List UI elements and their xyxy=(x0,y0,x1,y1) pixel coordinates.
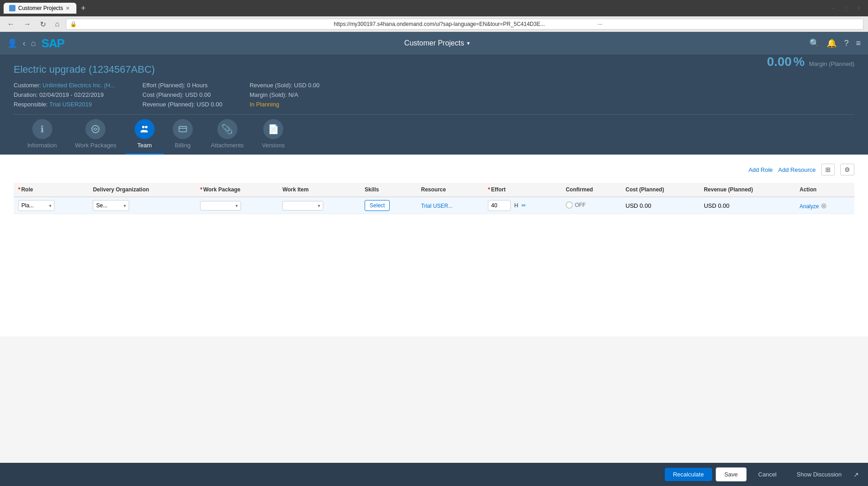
win-close-btn[interactable]: × xyxy=(853,4,864,13)
header-notifications-icon[interactable]: 🔔 xyxy=(827,38,837,48)
effort-edit-icon[interactable]: ✏ xyxy=(522,202,526,209)
col-delivery-org: Delivery Organization xyxy=(88,183,196,197)
tab-information-label: Information xyxy=(27,142,57,149)
tab-work-packages-label: Work Packages xyxy=(75,142,116,149)
user-icon[interactable]: 👤 xyxy=(7,38,17,48)
skills-select-btn[interactable]: Select xyxy=(365,200,390,211)
tab-versions[interactable]: 📄 Versions xyxy=(253,115,294,155)
svg-point-2 xyxy=(145,126,148,129)
revenue-planned-value: USD 0.00 xyxy=(704,202,729,209)
refresh-btn[interactable]: ↻ xyxy=(37,19,49,30)
col-action: Action xyxy=(795,183,854,197)
tab-close-btn[interactable]: × xyxy=(66,5,70,12)
work-item-dropdown[interactable]: ▾ xyxy=(282,201,323,210)
add-resource-btn[interactable]: Add Resource xyxy=(778,166,816,173)
back-nav-icon[interactable]: ‹ xyxy=(23,39,25,48)
col-confirmed: Confirmed xyxy=(561,183,621,197)
header-help-icon[interactable]: ? xyxy=(844,39,848,48)
team-toolbar: Add Role Add Resource ⊞ ⚙ xyxy=(14,164,854,175)
app-title: Customer Projects ▾ xyxy=(70,39,804,47)
meta-col-1: Customer: Unlimited Electrics Inc. (H...… xyxy=(14,82,115,108)
cost-planned-label: Cost (Planned): xyxy=(142,91,183,98)
header-search-icon[interactable]: 🔍 xyxy=(809,38,819,48)
analyze-link[interactable]: Analyze xyxy=(799,203,819,210)
browser-tab[interactable]: Customer Projects × xyxy=(4,3,76,14)
settings-icon: ⚙ xyxy=(844,166,850,173)
col-work-package: Work Package xyxy=(196,183,278,197)
toggle-off-label: OFF xyxy=(575,202,586,208)
home-nav-icon[interactable]: ⌂ xyxy=(31,39,36,48)
grid-icon: ⊞ xyxy=(825,166,831,173)
toggle-circle-icon xyxy=(566,201,573,209)
margin-planned-area: 0.00 % Margin (Planned) xyxy=(767,55,854,69)
header-menu-icon[interactable]: ≡ xyxy=(856,39,861,48)
lock-icon: 🔒 xyxy=(70,21,331,27)
forward-btn[interactable]: → xyxy=(21,19,34,29)
win-maximize-btn[interactable]: □ xyxy=(840,4,851,13)
svg-point-0 xyxy=(92,125,99,133)
add-role-btn[interactable]: Add Role xyxy=(748,166,773,173)
table-row: Pla... ▾ Se... ▾ ▾ xyxy=(14,197,854,214)
col-cost-planned: Cost (Planned) xyxy=(621,183,699,197)
col-work-item: Work Item xyxy=(278,183,360,197)
delivery-org-cell: Se... ▾ xyxy=(88,197,196,214)
effort-cell: H ✏ xyxy=(483,197,561,214)
col-effort: Effort xyxy=(483,183,561,197)
work-item-chevron-icon: ▾ xyxy=(318,203,320,208)
revenue-sold-label: Revenue (Sold): xyxy=(250,82,292,89)
cost-planned-field: Cost (Planned): USD 0.00 xyxy=(142,91,222,98)
resource-cell: Trial USER... xyxy=(416,197,483,214)
duration-field: Duration: 02/04/2019 - 02/22/2019 xyxy=(14,91,115,98)
tab-team[interactable]: Team xyxy=(125,115,164,155)
win-minimize-btn[interactable]: − xyxy=(828,4,838,13)
delivery-org-dropdown[interactable]: Se... ▾ xyxy=(93,200,129,211)
tab-billing[interactable]: Billing xyxy=(164,115,202,155)
responsible-value[interactable]: Trial USER2019 xyxy=(50,101,92,108)
svg-point-1 xyxy=(142,126,145,129)
settings-btn[interactable]: ⚙ xyxy=(840,164,854,175)
tab-work-packages[interactable]: Work Packages xyxy=(66,115,125,155)
col-revenue-planned: Revenue (Planned) xyxy=(699,183,795,197)
billing-icon xyxy=(173,119,193,139)
effort-input[interactable] xyxy=(488,200,511,211)
meta-col-3: Revenue (Sold): USD 0.00 Margin (Sold): … xyxy=(250,82,320,108)
tab-attachments[interactable]: 📎 Attachments xyxy=(202,115,253,155)
work-package-dropdown[interactable]: ▾ xyxy=(200,201,241,210)
col-resource: Resource xyxy=(416,183,483,197)
revenue-planned-label: Revenue (Planned): xyxy=(142,101,195,108)
cost-planned-cell: USD 0.00 xyxy=(621,197,699,214)
new-tab-btn[interactable]: + xyxy=(81,4,86,13)
svg-rect-3 xyxy=(179,126,187,132)
home-btn[interactable]: ⌂ xyxy=(52,19,62,29)
work-item-cell: ▾ xyxy=(278,197,360,214)
project-meta: Customer: Unlimited Electrics Inc. (H...… xyxy=(14,82,854,108)
effort-label: Effort (Planned): xyxy=(142,82,185,89)
margin-sold-value: N/A xyxy=(288,91,298,98)
customer-value[interactable]: Unlimited Electrics Inc. (H... xyxy=(43,82,115,89)
team-icon xyxy=(135,119,155,139)
role-dropdown[interactable]: Pla... ▾ xyxy=(18,200,55,211)
resource-link[interactable]: Trial USER... xyxy=(421,203,453,209)
revenue-planned-cell: USD 0.00 xyxy=(699,197,795,214)
tab-information[interactable]: ℹ Information xyxy=(18,115,66,155)
cost-planned-value: USD 0.00 xyxy=(626,202,651,209)
confirmed-toggle[interactable]: OFF xyxy=(566,201,586,209)
remove-row-btn[interactable]: ⊗ xyxy=(821,201,827,210)
tab-title: Customer Projects xyxy=(18,5,63,11)
address-bar[interactable]: 🔒 https://my300197.s4hana.ondemand.com/u… xyxy=(66,19,863,30)
duration-label: Duration: xyxy=(14,91,38,98)
delivery-org-value: Se... xyxy=(96,202,107,209)
duration-value: 02/04/2019 - 02/22/2019 xyxy=(39,91,104,98)
team-table: Role Delivery Organization Work Package … xyxy=(14,183,854,214)
grid-view-btn[interactable]: ⊞ xyxy=(821,164,835,175)
tab-favicon xyxy=(9,5,15,11)
tab-versions-label: Versions xyxy=(262,142,285,149)
delivery-org-chevron-icon: ▾ xyxy=(124,203,126,208)
table-header-row: Role Delivery Organization Work Package … xyxy=(14,183,854,197)
tab-billing-label: Billing xyxy=(175,142,191,149)
back-btn[interactable]: ← xyxy=(5,19,17,29)
skills-cell: Select xyxy=(360,197,416,214)
action-cell: Analyze ⊗ xyxy=(795,197,854,214)
app-title-chevron: ▾ xyxy=(467,40,470,46)
sap-header: 👤 ‹ ⌂ SAP Customer Projects ▾ 🔍 🔔 ? ≡ xyxy=(0,32,868,55)
